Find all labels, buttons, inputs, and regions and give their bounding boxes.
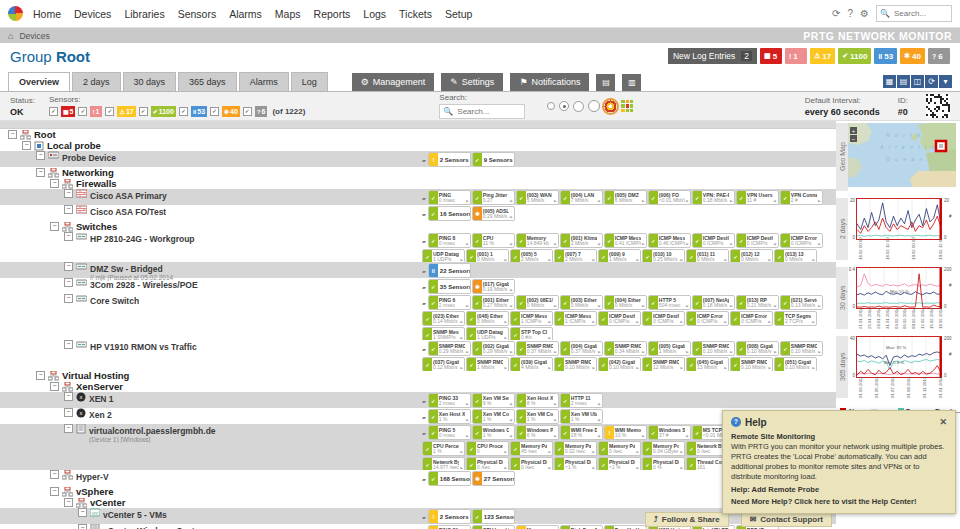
filter-badge-warning[interactable]: ⚠17 bbox=[117, 106, 135, 117]
badge-warning[interactable]: ⚠17 bbox=[810, 48, 835, 64]
expand-toggle[interactable]: − bbox=[64, 408, 73, 417]
menu-item-libraries[interactable]: Libraries bbox=[124, 8, 177, 20]
menu-item-setup[interactable]: Setup bbox=[445, 8, 485, 20]
sensor-chip[interactable]: ✓SNMP RMO...0.10 Mbit/s⚑ bbox=[554, 357, 597, 371]
expand-toggle[interactable]: − bbox=[64, 278, 73, 287]
view-mini-button-5[interactable]: ▾ bbox=[939, 75, 952, 88]
sensor-chip[interactable]: ✓ICMP Messa...1 ICMP/s⚑ bbox=[510, 311, 553, 326]
expand-toggle[interactable]: − bbox=[64, 262, 73, 271]
sensor-chip[interactable]: ✓Xen Host Xen...8 %⚑ bbox=[516, 393, 559, 408]
sensor-chip[interactable]: ✓WMI Free Dis...28 %⚑ bbox=[560, 425, 603, 440]
view-size-m-radio[interactable] bbox=[573, 101, 584, 112]
filter-badge-down-acknowledged[interactable]: !1 bbox=[90, 106, 102, 117]
sensor-chip[interactable]: ✓Ping Jitter0.27⚑ bbox=[472, 190, 515, 205]
sensor-chip[interactable]: ✓Physical Disk ...<1 %⚑ bbox=[598, 457, 641, 470]
sensor-chip[interactable]: ✓PING0 msec⚑ bbox=[428, 190, 471, 205]
sensor-chip[interactable]: ✓(005) DMZ6 Mbit/s⚑ bbox=[604, 190, 647, 205]
badge-unusual[interactable]: ✱40 bbox=[900, 48, 925, 64]
sensor-chip[interactable]: ✓(007) NetApp0.18 Mbit/s⚑ bbox=[692, 295, 735, 310]
help-icon[interactable]: ? bbox=[847, 8, 853, 19]
settings-button[interactable]: ✎Settings bbox=[441, 73, 503, 91]
sensor-chip[interactable]: ✓UDP Datagra...1 UDP/s⚑ bbox=[422, 249, 465, 263]
tree-search-input[interactable] bbox=[455, 106, 521, 117]
sensor-chip[interactable]: ✓SNMP RMO...0.34 Mbit/s⚑ bbox=[604, 341, 647, 356]
badge-down-acknowledged[interactable]: !1 bbox=[785, 48, 807, 64]
tab-log[interactable]: Log bbox=[291, 72, 328, 91]
sensor-chip[interactable]: ✓(003) Ethern...0 Mbit/s⚑ bbox=[560, 295, 603, 310]
device-row-core-switch[interactable]: −Core Switch▰✓PING 62 msec⚑✓(001) Ethern… bbox=[0, 294, 836, 340]
sensor-chip[interactable]: ✓Windows CP...1 %⚑ bbox=[472, 425, 515, 440]
filter-badge-unknown[interactable]: ?6 bbox=[255, 106, 268, 117]
sensor-chip[interactable]: ✓SNMP RMO...0.37 Mbit/s⚑ bbox=[516, 341, 559, 356]
30-days-section[interactable]: 30 days0.402000#Min: 51 %21.01.201425.01… bbox=[836, 267, 958, 329]
sensor-chip[interactable]: ✓STP Top Cha...0 #/s⚑ bbox=[510, 327, 553, 340]
sensor-chip[interactable]: ✓(009) 91 Mbit/s⚑ bbox=[598, 249, 641, 263]
sensor-chip[interactable]: ✓(010) 100.25 Mbit/s⚑ bbox=[642, 249, 685, 263]
sensor-chip-summary[interactable]: ✓123 Sensors bbox=[472, 509, 515, 524]
sensor-chip[interactable]: ✓Xen VM Sensor9 %⚑ bbox=[472, 393, 515, 408]
sensor-chip-summary[interactable]: ✓16 Sensors bbox=[428, 206, 471, 221]
management-button[interactable]: ⚙Management bbox=[352, 73, 435, 91]
sensor-chip-summary[interactable]: !2 Sensors bbox=[428, 152, 471, 167]
view-mini-button-2[interactable]: ▤ bbox=[897, 75, 910, 88]
filter-badge-paused[interactable]: II53 bbox=[191, 106, 207, 117]
device-row-cisco-asa-primary[interactable]: −Cisco ASA Primary▰✓PING0 msec⚑✓Ping Jit… bbox=[0, 189, 836, 205]
sensor-chip[interactable]: ✓(004) LAN7 Mbit/s⚑ bbox=[560, 190, 603, 205]
sensor-chip-summary[interactable]: ✓9 Sensors bbox=[472, 152, 515, 167]
tab-2-days[interactable]: 2 days bbox=[72, 72, 121, 91]
expand-toggle[interactable]: − bbox=[64, 189, 73, 198]
sensor-chip[interactable]: ✓Memory Pag...45 /sec⚑ bbox=[510, 441, 553, 456]
expand-toggle[interactable]: − bbox=[64, 424, 73, 433]
global-search-input[interactable] bbox=[892, 8, 948, 19]
view-mini-button-1[interactable]: ▦ bbox=[883, 75, 896, 88]
2-days-section[interactable]: 2 days200200#18.02 00:0018.02 12:0019.02… bbox=[836, 198, 958, 260]
badge-up[interactable]: ✔1100 bbox=[838, 48, 871, 64]
sensor-chip[interactable]: ✓(051) Gigabit...0.10 Mbit/s⚑ bbox=[774, 357, 817, 371]
device-row-virtualcontrol-paesslergmbh-de[interactable]: −virtualcontrol.paesslergmbh.de(Device 1… bbox=[0, 424, 836, 470]
sensor-chip[interactable]: ✓(001) 10 Mbit/s⚑ bbox=[466, 249, 509, 263]
sensor-chip[interactable]: ✓Memory Pag...0 /sec⚑ bbox=[598, 441, 641, 456]
close-icon[interactable]: ✕ bbox=[939, 417, 947, 427]
sensor-chip[interactable]: ✓PING 332 msec⚑ bbox=[428, 393, 471, 408]
sensor-chip[interactable]: ✓CPU Percent ...1 %⚑ bbox=[422, 441, 465, 456]
sensor-chip[interactable]: ✓(037) Gigabit...0.12 Mbit/s⚑ bbox=[422, 357, 465, 371]
device-row-hyper-v[interactable]: −Hyper-V▰✓168 Sensors✱27 Sensors bbox=[0, 470, 836, 486]
sensor-chip[interactable]: ✓PING 80 msec⚑ bbox=[428, 233, 471, 248]
help-more-link[interactable]: Need More Help? Click here to visit the … bbox=[731, 497, 947, 506]
expand-toggle[interactable]: − bbox=[36, 371, 45, 380]
gear-icon[interactable]: ⚙ bbox=[860, 8, 869, 19]
sensor-chip[interactable]: ✓SNMP RMO...12 Mbit/s⚑ bbox=[642, 357, 685, 371]
checkbox-paused[interactable]: ✓ bbox=[179, 107, 188, 116]
30-days-panel[interactable]: 0.402000#Min: 51 %21.01.201425.01.201428… bbox=[848, 267, 958, 329]
sensor-chip[interactable]: ✓Memory Poo...0.04 GByte⚑ bbox=[642, 441, 685, 456]
sensor-chip[interactable]: ✓VPN Users11 #⚑ bbox=[736, 190, 779, 205]
menu-item-tickets[interactable]: Tickets bbox=[399, 8, 445, 20]
sensor-chip[interactable]: ✓Windows Sys...37 #⚑ bbox=[648, 425, 691, 440]
sensor-chip[interactable]: ✓(004) Ethern...0 Mbit/s⚑ bbox=[604, 295, 647, 310]
sensor-chip[interactable]: ✓(021) Service...0.13 Mbit/s⚑ bbox=[780, 295, 823, 310]
menu-item-reports[interactable]: Reports bbox=[314, 8, 364, 20]
sensor-chip[interactable]: ✱(005) ADSL p...0.29 Mbit/s⚑ bbox=[472, 206, 515, 221]
sensor-chip[interactable]: ✓ICMP Messa...1 ICMP/s⚑ bbox=[554, 311, 597, 326]
sensor-chip[interactable]: ✓Physical Disk ...<1 %⚑ bbox=[554, 457, 597, 470]
sensor-chip[interactable]: ✓CPU Load 31 %⚑ bbox=[472, 525, 515, 529]
menu-item-devices[interactable]: Devices bbox=[74, 8, 124, 20]
expand-toggle[interactable]: − bbox=[50, 179, 59, 188]
geo-map-panel[interactable]: N o r t hA t l a n t i cO c e a n+− bbox=[848, 123, 958, 191]
sensor-chip[interactable]: ✓ICMP Messa...0.46 ICMP/s⚑ bbox=[648, 233, 691, 248]
checkbox-warning[interactable]: ✓ bbox=[105, 107, 114, 116]
device-row-probe-device[interactable]: −Probe Device▰!2 Sensors✓9 Sensors bbox=[0, 151, 836, 167]
sensor-chip[interactable]: ✓(013) RP0.21 Mbit/s⚑ bbox=[736, 295, 779, 310]
sensor-chip[interactable]: !WMI Memory 410 %⚑ bbox=[604, 425, 647, 440]
sensor-chip[interactable]: ✓Physical Disk ...0 /sec⚑ bbox=[466, 457, 509, 470]
tab-overview[interactable]: Overview bbox=[8, 72, 70, 91]
2-days-panel[interactable]: 200200#18.02 00:0018.02 12:0019.02 00:00… bbox=[848, 198, 958, 260]
expand-toggle[interactable]: − bbox=[50, 470, 59, 479]
view-mini-button-4[interactable]: ⟳ bbox=[925, 75, 938, 88]
expand-toggle[interactable]: − bbox=[50, 382, 59, 391]
sensor-chip[interactable]: ✓Network Byt...14.977 /sec⚑ bbox=[422, 457, 465, 470]
tab-365-days[interactable]: 365 days bbox=[178, 72, 237, 91]
sensor-chip[interactable]: ✓SNMP RMO...0.10 Mbit/s⚑ bbox=[692, 341, 735, 356]
sensor-chip[interactable]: ✓Physical Disk ...0 %⚑ bbox=[642, 457, 685, 470]
badge-paused[interactable]: II53 bbox=[874, 48, 897, 64]
